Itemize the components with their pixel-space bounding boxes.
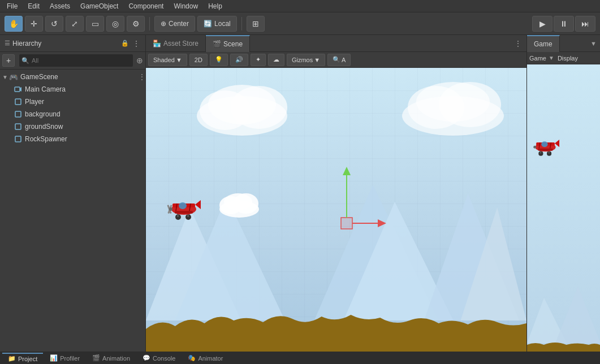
pause-button[interactable]: ⏸ <box>554 16 574 32</box>
lighting-button[interactable]: 💡 <box>210 54 228 66</box>
local-icon: 🔄 <box>204 20 212 28</box>
hierarchy-search-input[interactable] <box>32 57 131 64</box>
cloud-large-right <box>396 73 510 136</box>
tab-scene[interactable]: 🎬 Scene <box>206 35 250 52</box>
fx-button[interactable]: ✦ <box>251 54 266 66</box>
tab-profiler[interactable]: 📊 Profiler <box>44 353 85 364</box>
search-filter-icon[interactable]: ⊕ <box>136 56 143 65</box>
menu-gameobject[interactable]: GameObject <box>76 1 123 11</box>
rotate-tool-button[interactable]: ↺ <box>45 16 63 32</box>
separator-1 <box>149 17 150 31</box>
hierarchy-item-main-camera[interactable]: Main Camera <box>0 83 145 96</box>
hierarchy-header-icons: 🔒 ⋮ <box>120 39 141 48</box>
hierarchy-item-groundsnow[interactable]: groundSnow <box>0 120 145 133</box>
animation-label: Animation <box>102 355 130 362</box>
svg-point-57 <box>533 146 536 149</box>
step-button[interactable]: ⏭ <box>575 16 595 32</box>
tab-asset-store[interactable]: 🏪 Asset Store <box>146 35 206 52</box>
project-icon: 📁 <box>8 355 16 362</box>
console-label: Console <box>153 355 175 362</box>
game-label: Game <box>529 55 546 62</box>
object-icon-ground <box>14 122 23 131</box>
object-icon-bg <box>14 110 23 119</box>
sky-button[interactable]: ☁ <box>268 54 284 66</box>
lock-icon[interactable]: 🔒 <box>120 39 130 48</box>
object-icon <box>14 97 23 106</box>
tab-animation[interactable]: 🎬 Animation <box>87 353 136 364</box>
svg-marker-55 <box>555 140 559 147</box>
shading-label: Shaded <box>153 57 175 63</box>
scale-tool-button[interactable]: ⤢ <box>66 16 84 32</box>
menu-window[interactable]: Window <box>169 1 202 11</box>
menu-file[interactable]: File <box>2 1 22 11</box>
hierarchy-item-player[interactable]: Player <box>0 96 145 108</box>
scene-tab-icon: 🎬 <box>213 40 221 48</box>
store-icon: 🏪 <box>153 40 161 47</box>
move-tool-button[interactable]: ✛ <box>25 16 43 32</box>
scene-name: GameScene <box>20 73 58 81</box>
project-label: Project <box>18 356 37 362</box>
gizmos-label: Gizmos <box>292 57 313 63</box>
svg-rect-39 <box>341 218 352 229</box>
scene-tab-more-icon[interactable]: ⋮ <box>514 39 522 48</box>
sky-icon: ☁ <box>273 56 279 63</box>
rect-tool-button[interactable]: ▭ <box>86 16 104 32</box>
scene-view[interactable] <box>146 68 526 352</box>
game-tab-dropdown[interactable]: ▼ <box>590 40 597 47</box>
animation-icon: 🎬 <box>92 354 100 362</box>
scene-options-icon[interactable]: ⋮ <box>139 73 145 81</box>
tab-project[interactable]: 📁 Project <box>2 353 43 364</box>
svg-rect-3 <box>15 111 21 117</box>
svg-rect-5 <box>15 136 21 142</box>
hierarchy-item-rockspawner[interactable]: RockSpawner <box>0 133 145 145</box>
play-button[interactable]: ▶ <box>532 16 552 32</box>
hierarchy-scene-root[interactable]: ▼ 🎮 GameScene ⋮ <box>0 71 145 83</box>
gizmos-dropdown[interactable]: Gizmos ▼ <box>287 54 325 66</box>
hierarchy-item-background[interactable]: background <box>0 108 145 120</box>
2d-button[interactable]: 2D <box>189 54 208 66</box>
audio-button[interactable]: 🔊 <box>230 54 248 66</box>
menu-component[interactable]: Component <box>124 1 168 11</box>
custom-tool-button[interactable]: ⚙ <box>127 16 145 32</box>
pivot-icon: ⊕ <box>161 20 166 28</box>
profiler-icon: 📊 <box>50 354 58 362</box>
shading-dropdown[interactable]: Shaded ▼ <box>148 54 187 66</box>
light-icon: 💡 <box>215 56 223 63</box>
hierarchy-icon: ☰ <box>5 40 10 47</box>
game-panel: Game ▼ Game ▼ Display <box>526 35 600 352</box>
menu-edit[interactable]: Edit <box>23 1 44 11</box>
ground <box>146 312 526 352</box>
svg-point-10 <box>208 85 276 124</box>
menu-help[interactable]: Help <box>204 1 227 11</box>
object-icon-rock <box>14 135 23 144</box>
hand-tool-button[interactable]: ✋ <box>5 16 23 32</box>
audio-icon: 🔊 <box>235 56 243 63</box>
transform-tool-button[interactable]: ◎ <box>106 16 124 32</box>
center-button[interactable]: ⊕ Center <box>154 16 195 32</box>
asset-store-label: Asset Store <box>163 40 198 47</box>
console-icon: 💬 <box>143 354 150 362</box>
play-controls: ▶ ⏸ ⏭ <box>532 16 595 32</box>
more-options-icon[interactable]: ⋮ <box>132 39 141 48</box>
game-dropdown-arrow[interactable]: ▼ <box>549 55 554 61</box>
animator-label: Animator <box>198 355 223 362</box>
add-object-button[interactable]: + <box>2 54 15 67</box>
grid-button[interactable]: ⊞ <box>247 16 265 32</box>
tab-animator[interactable]: 🎭 Animator <box>182 353 228 364</box>
tab-game[interactable]: Game <box>527 35 560 52</box>
local-button[interactable]: 🔄 Local <box>197 16 237 32</box>
hierarchy-search-bar: 🔍 <box>19 54 133 67</box>
tab-console[interactable]: 💬 Console <box>137 353 181 364</box>
search-scene-button[interactable]: 🔍 A <box>327 54 351 66</box>
center-label: Center <box>169 20 189 28</box>
scene-tab-label: Scene <box>223 40 243 48</box>
display-label: Display <box>558 55 578 62</box>
hierarchy-background-label: background <box>25 110 61 118</box>
svg-rect-52 <box>538 149 552 151</box>
game-display-bar: Game ▼ Display <box>527 52 600 64</box>
hierarchy-main-camera-label: Main Camera <box>25 85 66 93</box>
svg-point-56 <box>541 141 547 147</box>
svg-marker-41 <box>343 167 351 175</box>
svg-rect-4 <box>15 124 21 129</box>
menu-assets[interactable]: Assets <box>45 1 75 11</box>
